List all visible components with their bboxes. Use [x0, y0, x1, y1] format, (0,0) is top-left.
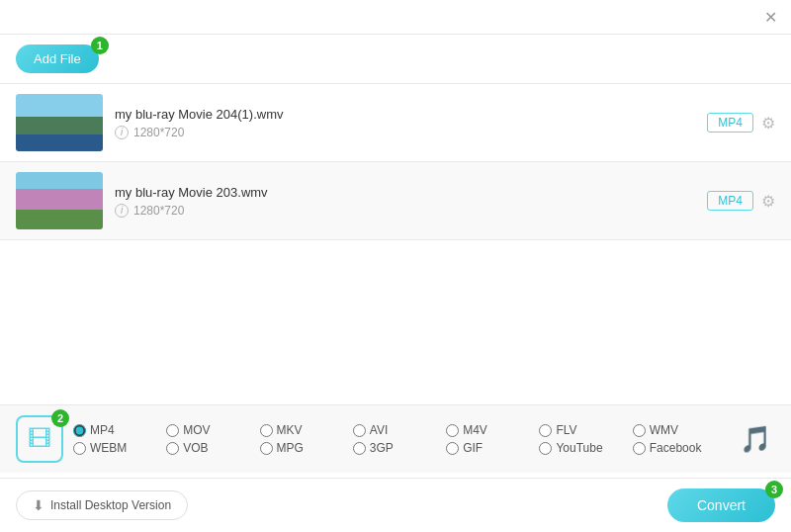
format-option-mp4[interactable]: MP4: [73, 423, 166, 437]
format-option-mpg[interactable]: MPG: [260, 441, 353, 455]
file-name-2: my blu-ray Movie 203.wmv: [115, 185, 695, 200]
info-icon-2[interactable]: i: [115, 204, 129, 218]
file-actions-2: MP4 ⚙: [707, 191, 775, 211]
format-radio-facebook[interactable]: [633, 442, 646, 455]
format-panel-icon[interactable]: 🎞 2: [16, 415, 63, 463]
title-bar: ✕: [0, 0, 791, 35]
format-panel: 🎞 2 MP4MOVMKVAVIM4VFLVWMVWEBMVOBMPG3GPGI…: [0, 404, 791, 473]
film-icon: 🎞: [28, 425, 51, 453]
convert-badge: 3: [765, 481, 783, 498]
format-option-mov[interactable]: MOV: [166, 423, 259, 437]
format-label-wmv: WMV: [650, 423, 678, 437]
format-radio-3gp[interactable]: [353, 442, 366, 455]
file-info-2: my blu-ray Movie 203.wmv i 1280*720: [103, 185, 707, 218]
format-option-wmv[interactable]: WMV: [633, 423, 726, 437]
add-file-badge: 1: [91, 37, 109, 54]
file-item-1: my blu-ray Movie 204(1).wmv i 1280*720 M…: [0, 84, 791, 162]
format-radio-m4v[interactable]: [446, 424, 459, 437]
format-option-flv[interactable]: FLV: [539, 423, 632, 437]
music-icon: 🎵: [740, 424, 771, 455]
format-option-m4v[interactable]: M4V: [446, 423, 539, 437]
file-name-1: my blu-ray Movie 204(1).wmv: [115, 107, 695, 122]
format-label-3gp: 3GP: [370, 441, 394, 455]
info-icon-1[interactable]: i: [115, 126, 129, 139]
format-option-facebook[interactable]: Facebook: [633, 441, 726, 455]
format-radio-webm[interactable]: [73, 442, 86, 455]
format-option-vob[interactable]: VOB: [166, 441, 259, 455]
format-badge-1[interactable]: MP4: [707, 113, 753, 133]
format-option-gif[interactable]: GIF: [446, 441, 539, 455]
convert-button[interactable]: Convert: [667, 488, 775, 522]
format-label-webm: WEBM: [90, 441, 127, 455]
format-radio-vob[interactable]: [166, 442, 179, 455]
format-label-m4v: M4V: [463, 423, 487, 437]
file-info-1: my blu-ray Movie 204(1).wmv i 1280*720: [103, 107, 707, 139]
action-bar: ⬇ Install Desktop Version Convert 3: [0, 478, 791, 532]
music-icon-area[interactable]: 🎵: [736, 419, 775, 459]
format-label-gif: GIF: [463, 441, 483, 455]
format-badge-2[interactable]: MP4: [707, 191, 753, 211]
convert-button-wrapper: Convert 3: [667, 488, 775, 522]
add-file-button[interactable]: Add File 1: [16, 44, 99, 73]
format-option-mkv[interactable]: MKV: [260, 423, 353, 437]
format-radio-mp4[interactable]: [73, 424, 86, 437]
format-label-flv: FLV: [556, 423, 576, 437]
format-radio-wmv[interactable]: [633, 424, 646, 437]
format-panel-badge: 2: [51, 409, 69, 427]
toolbar: Add File 1: [0, 35, 791, 83]
format-label-vob: VOB: [183, 441, 208, 455]
close-button[interactable]: ✕: [761, 8, 779, 26]
settings-icon-2[interactable]: ⚙: [761, 192, 775, 211]
file-actions-1: MP4 ⚙: [707, 113, 775, 133]
format-label-mov: MOV: [183, 423, 210, 437]
format-options: MP4MOVMKVAVIM4VFLVWMVWEBMVOBMPG3GPGIFYou…: [73, 423, 726, 455]
format-label-mp4: MP4: [90, 423, 115, 437]
format-radio-mpg[interactable]: [260, 442, 273, 455]
settings-icon-1[interactable]: ⚙: [761, 114, 775, 133]
file-item-2: my blu-ray Movie 203.wmv i 1280*720 MP4 …: [0, 162, 791, 240]
download-icon: ⬇: [33, 497, 44, 513]
file-list: my blu-ray Movie 204(1).wmv i 1280*720 M…: [0, 83, 791, 240]
file-thumbnail-2: [16, 172, 103, 229]
format-radio-avi[interactable]: [353, 424, 366, 437]
file-resolution-2: 1280*720: [133, 204, 184, 218]
format-label-mpg: MPG: [277, 441, 304, 455]
file-thumbnail-1: [16, 94, 103, 151]
file-meta-1: i 1280*720: [115, 126, 695, 139]
format-label-youtube: YouTube: [556, 441, 602, 455]
file-resolution-1: 1280*720: [133, 126, 184, 139]
format-label-avi: AVI: [370, 423, 388, 437]
format-label-facebook: Facebook: [650, 441, 702, 455]
format-option-webm[interactable]: WEBM: [73, 441, 166, 455]
format-option-youtube[interactable]: YouTube: [539, 441, 632, 455]
format-radio-mov[interactable]: [166, 424, 179, 437]
format-option-avi[interactable]: AVI: [353, 423, 446, 437]
format-option-3gp[interactable]: 3GP: [353, 441, 446, 455]
format-radio-mkv[interactable]: [260, 424, 273, 437]
format-label-mkv: MKV: [277, 423, 303, 437]
format-radio-gif[interactable]: [446, 442, 459, 455]
install-desktop-button[interactable]: ⬇ Install Desktop Version: [16, 490, 188, 520]
file-meta-2: i 1280*720: [115, 204, 695, 218]
format-radio-youtube[interactable]: [539, 442, 552, 455]
format-radio-flv[interactable]: [539, 424, 552, 437]
